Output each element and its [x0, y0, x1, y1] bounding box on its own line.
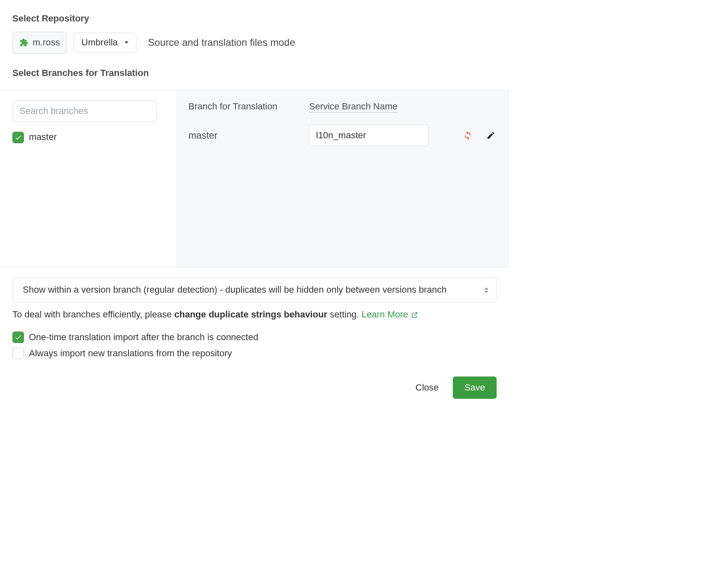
project-dropdown[interactable]: Umbrella — [74, 33, 136, 52]
hint-strong: change duplicate strings behaviour — [174, 309, 327, 320]
edit-icon[interactable] — [485, 130, 497, 141]
always-import-row[interactable]: Always import new translations from the … — [12, 347, 497, 360]
select-branches-heading: Select Branches for Translation — [12, 67, 497, 80]
branch-item[interactable]: master — [12, 131, 164, 144]
always-import-label: Always import new translations from the … — [29, 347, 232, 360]
learn-more-label: Learn More — [362, 308, 408, 321]
repository-row: m.ross Umbrella Source and translation f… — [12, 32, 497, 54]
learn-more-link[interactable]: Learn More — [362, 308, 418, 321]
branch-name: master — [188, 130, 217, 141]
branch-label: master — [29, 131, 57, 144]
caret-down-icon — [124, 41, 128, 44]
branch-row: master — [188, 125, 497, 146]
sync-icon[interactable] — [462, 130, 473, 141]
external-link-icon — [411, 311, 418, 319]
search-branches-input[interactable] — [12, 100, 157, 122]
always-import-checkbox[interactable] — [12, 348, 24, 359]
duplicate-hint: To deal with branches efficiently, pleas… — [12, 308, 497, 321]
branch-checkbox[interactable] — [12, 132, 24, 143]
branches-left-pane: master — [0, 90, 176, 267]
hint-suffix: setting. — [327, 309, 362, 320]
hint-prefix: To deal with branches efficiently, pleas… — [12, 309, 174, 320]
col-branch-title: Branch for Translation — [188, 101, 277, 111]
branches-area: master Branch for Translation Service Br… — [0, 90, 509, 268]
project-label: Umbrella — [81, 37, 118, 48]
select-repository-heading: Select Repository — [12, 12, 497, 25]
puzzle-icon — [19, 38, 29, 47]
service-branch-input[interactable] — [309, 125, 429, 146]
mode-label: Source and translation files mode — [148, 36, 295, 50]
duplicate-strings-select-wrap: Show within a version branch (regular de… — [12, 277, 497, 303]
branches-right-pane: Branch for Translation Service Branch Na… — [176, 90, 509, 267]
save-button[interactable]: Save — [453, 376, 497, 399]
one-time-import-row[interactable]: One-time translation import after the br… — [12, 331, 497, 344]
col-service-title[interactable]: Service Branch Name — [309, 101, 397, 113]
owner-chip[interactable]: m.ross — [12, 32, 67, 54]
close-button[interactable]: Close — [412, 377, 443, 398]
owner-label: m.ross — [33, 36, 60, 49]
one-time-import-checkbox[interactable] — [12, 331, 24, 343]
one-time-import-label: One-time translation import after the br… — [29, 331, 258, 344]
duplicate-strings-select[interactable]: Show within a version branch (regular de… — [12, 277, 497, 303]
